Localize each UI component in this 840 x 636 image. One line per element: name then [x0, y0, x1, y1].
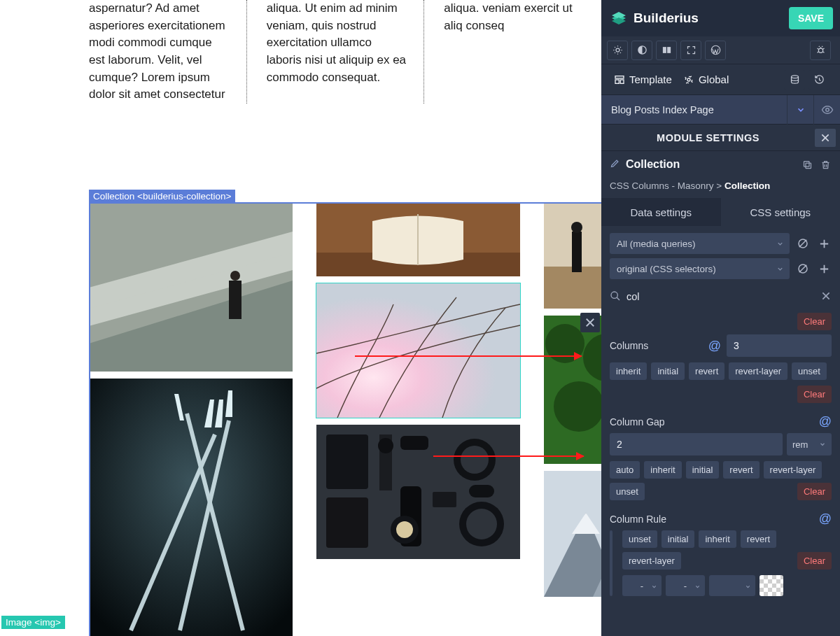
thumb-book[interactable] — [316, 204, 520, 276]
svg-rect-12 — [326, 497, 368, 548]
arrow-1 — [355, 355, 582, 357]
media-query-select[interactable]: All (media queries) — [610, 233, 790, 254]
prop-column-gap: Column Gap @ rem auto inherit initial re… — [610, 414, 832, 500]
empty-set-icon[interactable] — [795, 261, 811, 276]
chip-revert-layer[interactable]: revert-layer — [764, 461, 822, 479]
text-col-3: aliqua. veniam exercit ut aliq conseq — [424, 0, 601, 104]
clear-button[interactable]: Clear — [797, 386, 832, 403]
chip-inherit[interactable]: inherit — [644, 461, 681, 479]
rule-width-select[interactable]: - — [622, 575, 662, 596]
svg-rect-57 — [804, 161, 809, 167]
selection-label[interactable]: Collection <builderius-collection> — [89, 190, 235, 203]
svg-rect-6 — [89, 379, 293, 636]
thumb-flatlay[interactable] — [316, 425, 520, 559]
masonry-col-2 — [316, 204, 520, 566]
search-input[interactable] — [626, 291, 815, 302]
at-icon[interactable]: @ — [819, 511, 832, 526]
column-gap-input[interactable] — [610, 433, 783, 455]
svg-point-14 — [378, 438, 393, 453]
svg-point-18 — [396, 521, 413, 538]
chip-unset[interactable]: unset — [792, 362, 827, 380]
copy-icon[interactable] — [799, 157, 815, 172]
wordpress-icon[interactable] — [705, 41, 726, 60]
chevron-down-icon — [651, 581, 657, 592]
svg-point-49 — [818, 48, 822, 52]
contrast-icon[interactable] — [631, 41, 652, 60]
plus-icon[interactable] — [816, 236, 832, 251]
search-icon — [610, 290, 621, 304]
canvas-preview: aspernatur? Ad amet asperiores exercitat… — [0, 0, 601, 636]
rule-unit-select[interactable] — [709, 575, 755, 596]
align-icon[interactable] — [656, 41, 677, 60]
chevron-down-icon — [776, 239, 784, 250]
chip-unset[interactable]: unset — [610, 483, 645, 500]
chevron-down-icon — [694, 581, 701, 592]
brightness-icon[interactable] — [607, 41, 628, 60]
filter-section: All (media queries) original (CSS select… — [601, 226, 840, 281]
clear-button[interactable]: Clear — [797, 552, 832, 570]
chip-revert[interactable]: revert — [741, 530, 776, 548]
chip-revert[interactable]: revert — [723, 461, 759, 479]
page-name[interactable]: Blog Posts Index Page — [611, 104, 787, 115]
svg-rect-26 — [544, 267, 601, 309]
bug-icon[interactable] — [810, 41, 831, 60]
chip-unset[interactable]: unset — [622, 530, 657, 548]
rule-color-swatch[interactable] — [760, 575, 783, 596]
history-icon[interactable] — [808, 70, 830, 90]
chip-revert-layer[interactable]: revert-layer — [622, 552, 681, 570]
svg-point-23 — [466, 509, 497, 539]
thumb-beach[interactable] — [544, 204, 601, 309]
thumb-street[interactable] — [89, 204, 293, 372]
at-icon[interactable]: @ — [819, 414, 832, 429]
chip-inherit[interactable]: inherit — [699, 530, 736, 548]
chip-initial[interactable]: initial — [651, 362, 685, 380]
svg-point-60 — [611, 292, 617, 298]
global-button[interactable]: Global — [678, 70, 734, 89]
thumb-forks[interactable] — [89, 379, 293, 636]
chip-initial[interactable]: initial — [686, 461, 720, 479]
plus-icon[interactable] — [816, 261, 832, 276]
thumb-forest[interactable] — [544, 316, 601, 464]
close-icon[interactable] — [815, 129, 836, 147]
breadcrumbs-current[interactable]: Collection — [724, 181, 770, 191]
chip-initial[interactable]: initial — [662, 530, 695, 548]
chip-revert[interactable]: revert — [689, 362, 724, 380]
chip-revert-layer[interactable]: revert-layer — [729, 362, 788, 380]
selection-border-left — [89, 202, 90, 636]
tab-data-settings[interactable]: Data settings — [601, 198, 721, 226]
sidebar-panel: Builderius SAVE Template Global Blog Pos… — [601, 0, 840, 636]
pencil-icon[interactable] — [610, 158, 620, 171]
module-settings-title: MODULE SETTINGS — [601, 132, 815, 143]
columns-input[interactable] — [727, 334, 832, 357]
at-icon[interactable]: @ — [708, 339, 721, 353]
image-element-label[interactable]: Image <img> — [1, 616, 65, 629]
save-button[interactable]: SAVE — [789, 7, 833, 29]
text-col-2: aliqua. Ut enim ad minim veniam, quis no… — [247, 0, 425, 104]
clear-button[interactable]: Clear — [797, 483, 832, 500]
fullscreen-icon[interactable] — [680, 41, 701, 60]
masonry-col-1 — [89, 204, 293, 636]
chip-auto[interactable]: auto — [610, 461, 640, 479]
chip-inherit[interactable]: inherit — [610, 362, 647, 380]
column-rule-chips: unset initial inherit revert revert-laye… — [622, 530, 832, 570]
empty-set-icon[interactable] — [795, 236, 811, 251]
template-button[interactable]: Template — [608, 70, 678, 89]
css-selector-select[interactable]: original (CSS selectors) — [610, 258, 790, 279]
template-label: Template — [629, 73, 672, 85]
trash-icon[interactable] — [818, 157, 833, 172]
breadcrumbs-prefix[interactable]: CSS Columns - Masonry > — [610, 181, 724, 191]
column-gap-unit-select[interactable]: rem — [787, 433, 832, 455]
thumb-mountain[interactable] — [544, 471, 601, 597]
page-dropdown-icon[interactable] — [787, 95, 813, 125]
database-icon[interactable] — [784, 70, 805, 90]
float-close-icon[interactable] — [580, 313, 600, 332]
chevron-down-icon — [745, 581, 751, 592]
thumb-branches[interactable] — [316, 283, 520, 418]
view-icons-row — [601, 36, 840, 64]
rule-style-select[interactable]: - — [666, 575, 705, 596]
clear-search-icon[interactable] — [820, 290, 832, 304]
tab-css-settings[interactable]: CSS settings — [721, 198, 841, 226]
clear-button[interactable]: Clear — [797, 313, 832, 330]
brand-logo-icon — [610, 9, 628, 27]
eye-icon[interactable] — [813, 95, 840, 125]
